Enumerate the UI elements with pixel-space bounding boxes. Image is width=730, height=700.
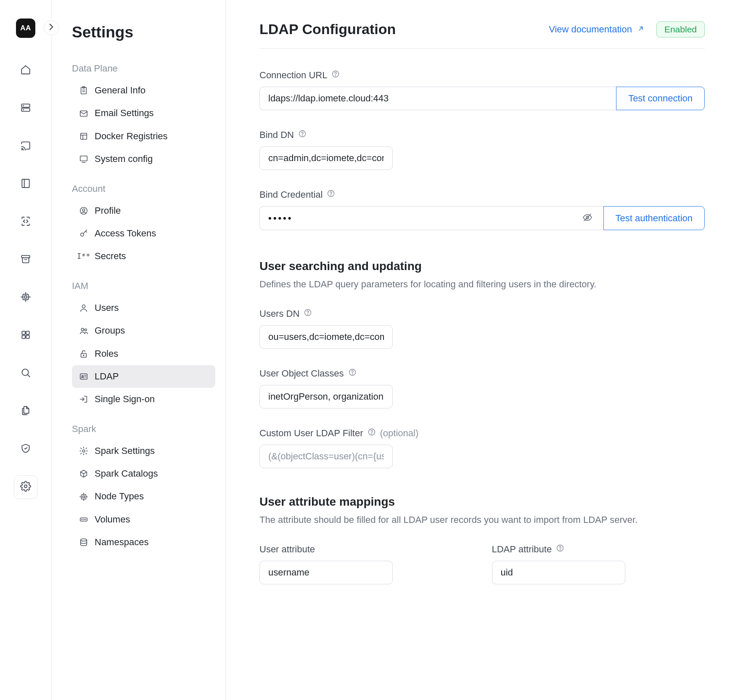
nav-item-label: Node Types xyxy=(95,491,144,502)
nav-item-label: Spark Catalogs xyxy=(95,468,158,479)
help-icon[interactable] xyxy=(327,189,335,200)
nav-item-roles[interactable]: Roles xyxy=(72,342,215,365)
app-logo[interactable]: AA xyxy=(16,19,35,38)
nav-item-users[interactable]: Users xyxy=(72,297,215,319)
svg-point-39 xyxy=(83,355,84,355)
rail-item-settings[interactable] xyxy=(14,475,37,499)
nav-item-ldap[interactable]: LDAP xyxy=(72,365,215,388)
nav-item-general-info[interactable]: General Info xyxy=(72,79,215,102)
field-label: Custom User LDAP Filter xyxy=(259,428,363,439)
svg-point-73 xyxy=(560,550,561,550)
gear-icon xyxy=(20,481,31,494)
eye-off-icon xyxy=(582,217,592,224)
nav-item-docker-registries[interactable]: Docker Registries xyxy=(72,125,215,148)
chevron-right-icon xyxy=(46,21,57,34)
section-description: The attribute should be filled for all L… xyxy=(259,513,705,527)
svg-point-41 xyxy=(82,375,83,377)
svg-point-2 xyxy=(23,105,24,106)
svg-point-56 xyxy=(81,539,87,541)
nav-item-spark-catalogs[interactable]: Spark Catalogs xyxy=(72,462,215,485)
rail-item-jobs[interactable] xyxy=(14,135,37,158)
help-icon[interactable] xyxy=(298,130,307,141)
nav-item-spark-settings[interactable]: Spark Settings xyxy=(72,440,215,462)
nav-item-system-config[interactable]: System config xyxy=(72,148,215,170)
test-authentication-button[interactable]: Test authentication xyxy=(603,206,705,230)
field-label: Bind Credential xyxy=(259,189,323,200)
svg-point-67 xyxy=(308,314,308,315)
nav-item-sso[interactable]: Single Sign-on xyxy=(72,388,215,411)
shield-icon xyxy=(20,443,31,456)
svg-point-35 xyxy=(82,305,85,308)
user-object-classes-input[interactable] xyxy=(259,385,393,408)
cpu-icon xyxy=(20,292,31,305)
connection-url-input[interactable] xyxy=(259,87,616,110)
rail-item-apps[interactable] xyxy=(14,324,37,347)
nav-item-label: Spark Settings xyxy=(95,445,155,456)
svg-rect-9 xyxy=(23,294,29,300)
sidebar-toggle[interactable] xyxy=(44,20,59,35)
nav-group-label: IAM xyxy=(72,281,215,292)
rail-item-security[interactable] xyxy=(14,438,37,461)
rail-item-search[interactable] xyxy=(14,362,37,385)
nav-item-access-tokens[interactable]: Access Tokens xyxy=(72,222,215,245)
svg-point-71 xyxy=(371,434,372,434)
rail-item-code[interactable] xyxy=(14,210,37,234)
help-icon[interactable] xyxy=(348,368,357,379)
help-icon[interactable] xyxy=(331,70,340,81)
ldap-attribute-input[interactable] xyxy=(492,561,625,584)
section-description: Defines the LDAP query parameters for lo… xyxy=(259,277,705,292)
gear-icon xyxy=(79,446,89,456)
nav-item-label: Users xyxy=(95,302,119,313)
bind-dn-input[interactable] xyxy=(259,146,393,170)
svg-rect-47 xyxy=(82,494,86,499)
nav-item-label: Profile xyxy=(95,205,121,216)
code-block-icon xyxy=(20,216,31,229)
nav-item-groups[interactable]: Groups xyxy=(72,319,215,342)
test-connection-button[interactable]: Test connection xyxy=(616,87,705,110)
nav-item-secrets[interactable]: I** Secrets xyxy=(72,245,215,268)
custom-filter-input[interactable] xyxy=(259,445,393,468)
nav-item-label: Access Tokens xyxy=(95,228,156,239)
lock-open-icon xyxy=(79,349,89,359)
hard-drive-icon xyxy=(79,514,89,525)
rail-item-files[interactable] xyxy=(14,400,37,423)
field-connection-url: Connection URL Test connection xyxy=(259,70,705,110)
help-icon[interactable] xyxy=(368,428,376,439)
field-user-attribute: User attribute xyxy=(259,544,473,584)
svg-rect-48 xyxy=(83,496,85,498)
svg-point-45 xyxy=(82,450,85,452)
nav-item-label: Single Sign-on xyxy=(95,394,155,405)
svg-rect-15 xyxy=(22,331,25,334)
help-icon[interactable] xyxy=(556,544,564,555)
field-label: Connection URL xyxy=(259,70,327,81)
user-attribute-input[interactable] xyxy=(259,561,393,584)
help-icon[interactable] xyxy=(304,308,312,319)
svg-rect-10 xyxy=(24,296,26,298)
cube-icon xyxy=(79,469,89,479)
nav-item-label: Email Settings xyxy=(95,108,154,119)
svg-point-21 xyxy=(24,485,27,488)
field-label: User attribute xyxy=(259,544,315,555)
rail-item-home[interactable] xyxy=(14,59,37,82)
external-link-icon xyxy=(637,24,645,35)
rail-item-storage[interactable] xyxy=(14,248,37,272)
main-content: LDAP Configuration View documentation En… xyxy=(226,0,730,700)
rail-item-compute[interactable] xyxy=(14,286,37,310)
svg-rect-17 xyxy=(22,335,25,339)
rail-item-servers[interactable] xyxy=(14,97,37,120)
search-icon xyxy=(20,367,31,380)
rail-item-notebooks[interactable] xyxy=(14,172,37,196)
mail-icon xyxy=(79,109,89,119)
toggle-password-visibility[interactable] xyxy=(580,212,595,224)
section-title: User searching and updating xyxy=(259,260,705,273)
optional-label: (optional) xyxy=(380,428,419,439)
bind-credential-input[interactable] xyxy=(268,213,580,224)
nav-item-email-settings[interactable]: Email Settings xyxy=(72,102,215,125)
view-documentation-link[interactable]: View documentation xyxy=(549,24,645,35)
nav-item-profile[interactable]: Profile xyxy=(72,199,215,222)
users-dn-input[interactable] xyxy=(259,325,393,349)
nav-item-volumes[interactable]: Volumes xyxy=(72,508,215,531)
svg-point-33 xyxy=(82,209,85,211)
nav-item-node-types[interactable]: Node Types xyxy=(72,485,215,508)
nav-item-namespaces[interactable]: Namespaces xyxy=(72,531,215,554)
